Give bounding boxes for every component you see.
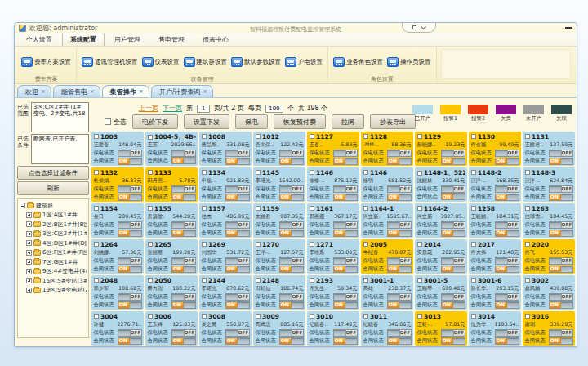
breaker-status-toggle[interactable]: ON <box>225 337 250 345</box>
ribbon-button[interactable]: 仪表设置 <box>141 56 180 68</box>
supply-status-toggle[interactable]: OFF <box>387 185 412 193</box>
breaker-status-toggle[interactable]: ON <box>172 230 196 237</box>
room-checkbox[interactable] <box>94 170 99 175</box>
supply-status-toggle[interactable]: OFF <box>495 185 519 193</box>
tree-node[interactable]: 4区:D区1#井(D区1 <box>20 239 87 248</box>
tree-node[interactable]: 3区:C区2#井(1#变 <box>20 230 87 239</box>
room-checkbox[interactable] <box>202 206 207 211</box>
tree-node[interactable]: 15区:5#变站(3#变 <box>20 276 87 286</box>
expand-icon[interactable] <box>26 231 32 237</box>
expand-icon[interactable] <box>26 259 32 265</box>
supply-status-toggle[interactable]: OFF <box>495 329 519 337</box>
supply-status-toggle[interactable]: OFF <box>333 257 358 265</box>
supply-status-toggle[interactable]: OFF <box>333 150 358 157</box>
supply-status-toggle[interactable]: OFF <box>225 150 250 157</box>
room-checkbox[interactable] <box>310 314 314 319</box>
room-checkbox[interactable] <box>310 170 314 175</box>
room-checkbox[interactable] <box>148 170 153 175</box>
room-checkbox[interactable] <box>471 134 476 139</box>
room-checkbox[interactable] <box>94 278 99 283</box>
supply-status-toggle[interactable]: OFF <box>172 329 196 337</box>
room-checkbox[interactable] <box>202 170 207 175</box>
breaker-status-toggle[interactable]: ON <box>118 194 142 201</box>
breaker-status-toggle[interactable]: ON <box>495 301 519 309</box>
room-checkbox[interactable] <box>525 314 530 319</box>
breaker-status-toggle[interactable]: ON <box>495 194 519 201</box>
room-checkbox[interactable] <box>94 314 99 319</box>
room-checkbox[interactable] <box>471 278 476 283</box>
room-checkbox[interactable] <box>525 278 530 283</box>
breaker-status-toggle[interactable]: ON <box>333 266 358 273</box>
room-checkbox[interactable] <box>202 278 207 283</box>
expand-icon[interactable] <box>26 269 32 274</box>
breaker-status-toggle[interactable]: ON <box>118 266 142 273</box>
room-checkbox[interactable] <box>256 134 261 139</box>
room-checkbox[interactable] <box>148 206 153 211</box>
breaker-status-toggle[interactable]: ON <box>172 266 196 273</box>
room-checkbox[interactable] <box>363 314 368 319</box>
action-button[interactable]: 拉闸 <box>332 114 364 129</box>
menu-item[interactable]: 售电管理 <box>150 33 193 46</box>
room-checkbox[interactable] <box>417 314 422 319</box>
document-tab[interactable]: 能管售电 × <box>53 85 100 97</box>
breaker-status-toggle[interactable]: ON <box>549 158 573 165</box>
supply-status-toggle[interactable]: OFF <box>387 221 412 229</box>
collapse-icon[interactable] <box>20 203 25 208</box>
supply-status-toggle[interactable]: OFF <box>225 257 250 265</box>
supply-status-toggle[interactable]: OFF <box>441 150 466 157</box>
breaker-status-toggle[interactable]: ON <box>279 194 304 201</box>
selected-range-textarea[interactable]: 3区:C区2#井 (1#变电、2#变电,共18 <box>31 102 89 132</box>
refresh-button[interactable]: 刷新 <box>17 181 89 195</box>
breaker-status-toggle[interactable]: ON <box>333 194 358 201</box>
per-page-input[interactable] <box>265 105 283 113</box>
room-checkbox[interactable] <box>363 170 368 175</box>
supply-status-toggle[interactable]: OFF <box>549 221 573 229</box>
room-checkbox[interactable] <box>256 170 261 175</box>
supply-status-toggle[interactable]: OFF <box>333 293 358 301</box>
supply-status-toggle[interactable]: OFF <box>549 185 573 193</box>
supply-status-toggle[interactable]: OFF <box>118 329 142 337</box>
supply-status-toggle[interactable]: OFF <box>387 150 412 157</box>
breaker-status-toggle[interactable]: ON <box>387 337 412 345</box>
supply-status-toggle[interactable]: OFF <box>387 293 412 301</box>
breaker-status-toggle[interactable]: ON <box>172 194 196 201</box>
expand-icon[interactable] <box>26 221 32 227</box>
breaker-status-toggle[interactable]: ON <box>118 337 142 345</box>
document-tab[interactable]: 欢迎 × <box>17 85 51 97</box>
supply-status-toggle[interactable]: OFF <box>495 221 519 229</box>
supply-status-toggle[interactable]: OFF <box>549 293 573 301</box>
breaker-status-toggle[interactable]: ON <box>441 158 466 165</box>
breaker-status-toggle[interactable]: ON <box>387 301 412 309</box>
minimize-button[interactable] <box>565 27 572 29</box>
room-checkbox[interactable] <box>94 242 99 247</box>
supply-status-toggle[interactable]: OFF <box>441 221 466 229</box>
expand-icon[interactable] <box>26 278 32 283</box>
room-checkbox[interactable] <box>202 134 207 139</box>
room-checkbox[interactable] <box>417 242 422 247</box>
breaker-status-toggle[interactable]: ON <box>225 194 250 201</box>
ribbon-button[interactable]: 默认参数设置 <box>230 56 282 68</box>
breaker-status-toggle[interactable]: ON <box>441 301 466 309</box>
supply-status-toggle[interactable]: OFF <box>549 257 573 265</box>
breaker-status-toggle[interactable]: ON <box>441 230 466 237</box>
supply-status-toggle[interactable]: OFF <box>279 293 304 301</box>
ribbon-button[interactable]: 操作员设置 <box>386 56 432 68</box>
breaker-status-toggle[interactable]: ON <box>441 266 466 273</box>
expand-icon[interactable] <box>26 288 32 293</box>
supply-status-toggle[interactable]: OFF <box>172 257 196 265</box>
room-checkbox[interactable] <box>363 278 368 283</box>
ribbon-button[interactable]: 通讯管理机设置 <box>81 56 139 68</box>
ribbon-button[interactable]: 户电设置 <box>284 56 323 68</box>
breaker-status-toggle[interactable]: ON <box>225 158 250 165</box>
menu-item[interactable]: 报表中心 <box>194 33 237 46</box>
ribbon-button[interactable]: 费率方案设置 <box>20 56 72 68</box>
breaker-status-toggle[interactable]: ON <box>279 266 304 273</box>
room-checkbox[interactable] <box>310 206 314 211</box>
tree-node[interactable]: 2区:B区1#井(B区1# <box>20 220 87 230</box>
action-button[interactable]: 抄表导出 <box>370 114 416 129</box>
room-checkbox[interactable] <box>148 242 153 247</box>
room-checkbox[interactable] <box>363 242 368 247</box>
supply-status-toggle[interactable]: OFF <box>333 221 358 229</box>
breaker-status-toggle[interactable]: ON <box>279 158 304 165</box>
breaker-status-toggle[interactable]: ON <box>387 158 412 165</box>
